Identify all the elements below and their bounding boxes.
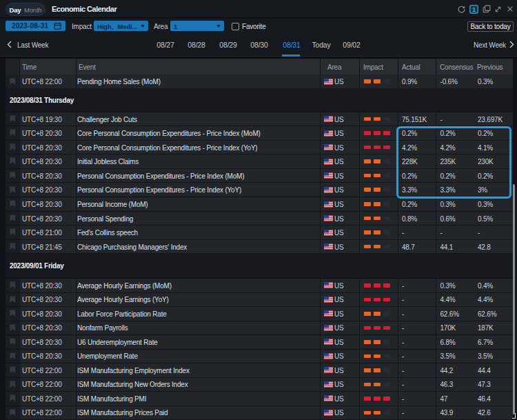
svg-text:1: 1 [472,6,476,12]
